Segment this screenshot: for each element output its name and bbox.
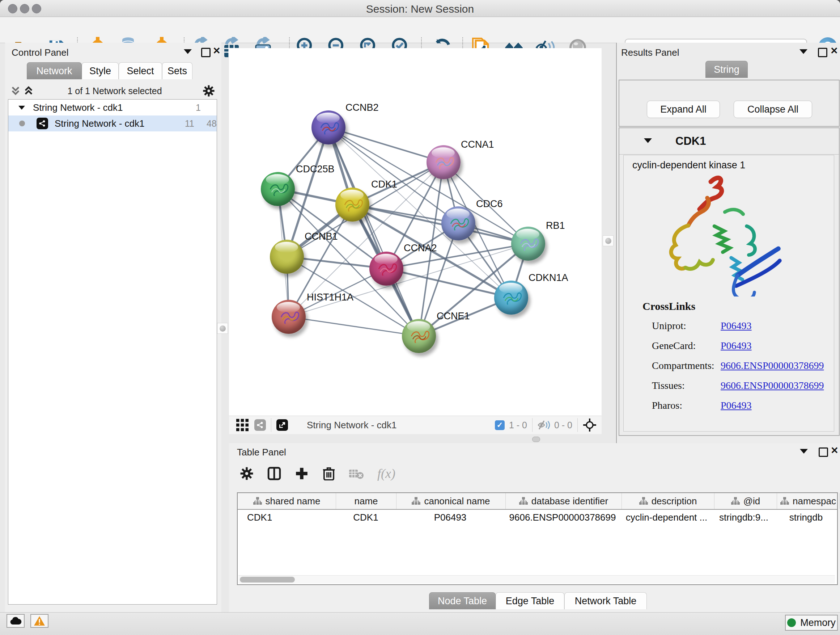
protein-ribbon-thumbnail <box>272 300 306 334</box>
node-CDC6[interactable] <box>441 206 475 241</box>
close-panel-icon[interactable]: ✕ <box>830 47 838 54</box>
edge-CCNE1-HIST1H1A[interactable] <box>289 317 419 336</box>
crosslink-row-genecard: GeneCard:P06493 <box>652 340 829 352</box>
cell-canonical-name[interactable]: P06493 <box>396 510 505 525</box>
application-window: Session: New Session <box>0 0 840 635</box>
table-panel: Table Panel ✕ f(x) shared namenamecanoni… <box>229 443 840 612</box>
hidden-count: 0 - 0 <box>554 420 572 431</box>
node-CCNA1[interactable] <box>426 145 461 179</box>
warnings-button[interactable] <box>30 614 49 628</box>
collection-label: String Network - cdk1 <box>33 102 123 113</box>
column-header-database-identifier[interactable]: database identifier <box>506 493 622 509</box>
network-collection-row[interactable]: String Network - cdk1 1 <box>8 100 217 116</box>
network-row[interactable]: String Network - cdk1 11 48 <box>8 116 217 131</box>
tab-string[interactable]: String <box>706 61 748 78</box>
node-CDKN1A[interactable] <box>494 280 528 315</box>
crosslink-value[interactable]: P06493 <box>721 400 752 411</box>
crosslink-row-compartments: Compartments:9606.ENSP00000378699 <box>652 360 829 371</box>
cell-database-identifier[interactable]: 9606.ENSP00000378699 <box>505 510 621 525</box>
selected-checkbox-icon[interactable]: ✓ <box>495 420 505 430</box>
close-panel-icon[interactable]: ✕ <box>213 47 221 54</box>
node-CDC25B[interactable] <box>261 172 295 206</box>
column-header-canonical-name[interactable]: canonical name <box>396 493 506 509</box>
sphere-gloss <box>275 242 298 253</box>
open-in-new-window-icon[interactable] <box>276 419 288 431</box>
column-header-namespac[interactable]: namespac <box>777 493 840 509</box>
table-data-row[interactable]: CDK1CDK1P064939606.ENSP00000378699cyclin… <box>238 510 837 525</box>
tab-edge-table[interactable]: Edge Table <box>496 592 564 609</box>
scrollbar-thumb[interactable] <box>240 577 295 583</box>
cell-description[interactable]: cyclin-dependent ... <box>621 510 713 525</box>
node-CCNB2[interactable] <box>311 111 346 144</box>
table-horizontal-scrollbar[interactable] <box>238 575 835 584</box>
panel-menu-icon[interactable] <box>800 449 808 454</box>
column-type-icon <box>639 497 648 505</box>
node-label-CDKN1A: CDKN1A <box>529 272 568 283</box>
expand-all-button[interactable]: Expand All <box>647 101 720 118</box>
table-panel-title: Table Panel <box>237 447 286 458</box>
crosslink-value[interactable]: 9606.ENSP00000378699 <box>721 360 824 371</box>
show-columns-icon[interactable] <box>267 467 281 480</box>
tab-network[interactable]: Network <box>27 62 82 79</box>
tree-expander-icon[interactable] <box>19 106 25 110</box>
column-header-@id[interactable]: @id <box>714 493 777 509</box>
column-header-shared-name[interactable]: shared name <box>238 493 336 509</box>
network-share-icon[interactable] <box>254 419 266 431</box>
float-panel-icon[interactable] <box>819 448 828 457</box>
memory-button[interactable]: Memory <box>785 615 838 631</box>
cell-@id[interactable]: stringdb:9... <box>713 510 775 525</box>
close-panel-icon[interactable]: ✕ <box>831 447 838 454</box>
collapse-all-button[interactable]: Collapse All <box>734 101 812 118</box>
node-CCNB1[interactable] <box>270 240 304 274</box>
cloud-status-button[interactable] <box>6 614 25 628</box>
tab-sets[interactable]: Sets <box>162 62 193 79</box>
network-options-gear-icon[interactable] <box>202 85 215 97</box>
pan-crosshair-icon[interactable] <box>583 418 597 432</box>
cell-namespac[interactable]: stringdb <box>775 510 837 525</box>
horizontal-splitter-handle[interactable] <box>532 437 540 442</box>
birdseye-grid-icon[interactable] <box>236 419 248 431</box>
collapse-section-icon[interactable] <box>644 138 652 143</box>
node-label-CCNB2: CCNB2 <box>346 102 379 113</box>
function-builder-icon[interactable]: f(x) <box>377 466 395 481</box>
left-splitter-handle[interactable] <box>217 323 228 334</box>
table-type-tabs: Node TableEdge TableNetwork Table <box>429 592 647 609</box>
expand-all-chevron-icon[interactable] <box>23 86 34 96</box>
toolbar-separator <box>577 418 578 432</box>
collapse-all-chevron-icon[interactable] <box>10 86 21 96</box>
gene-section-header[interactable]: CDK1 <box>619 128 839 155</box>
node-CCNA2[interactable] <box>369 252 403 286</box>
node-HIST1H1A[interactable] <box>272 300 306 334</box>
node-CDK1[interactable] <box>335 187 369 222</box>
network-view[interactable]: CCNB2CCNA1CDC25BCDK1CDC6RB1CCNB1CCNA2CDK… <box>229 48 602 416</box>
cell-shared-name[interactable]: CDK1 <box>238 510 336 525</box>
node-RB1[interactable] <box>511 226 545 261</box>
column-header-description[interactable]: description <box>622 493 714 509</box>
crosslink-value[interactable]: 9606.ENSP00000378699 <box>721 380 824 391</box>
tab-select[interactable]: Select <box>118 62 162 79</box>
add-column-plus-icon[interactable] <box>295 467 309 480</box>
crosslink-value[interactable]: P06493 <box>721 320 752 332</box>
control-panel-title: Control Panel <box>11 47 69 58</box>
node-CCNE1[interactable] <box>402 319 436 353</box>
panel-menu-icon[interactable] <box>184 49 192 54</box>
protein-ribbon-thumbnail <box>369 252 403 286</box>
hidden-eye-slash-icon[interactable] <box>538 420 551 430</box>
node-label-CCNA1: CCNA1 <box>461 139 494 150</box>
float-panel-icon[interactable] <box>201 48 210 57</box>
delete-table-icon[interactable] <box>349 467 363 480</box>
tab-node-table[interactable]: Node Table <box>429 592 496 609</box>
column-header-name[interactable]: name <box>336 493 396 509</box>
delete-column-trash-icon[interactable] <box>322 467 335 480</box>
right-splitter-handle[interactable] <box>603 235 614 246</box>
panel-menu-icon[interactable] <box>799 49 807 54</box>
tab-network-table[interactable]: Network Table <box>564 592 647 609</box>
results-panel: Results Panel ✕ String Expand All Collap… <box>616 43 840 443</box>
crosslink-value[interactable]: P06493 <box>721 340 752 352</box>
main-toolbar: ? <box>0 17 840 43</box>
table-options-gear-icon[interactable] <box>240 467 254 480</box>
float-panel-icon[interactable] <box>818 48 827 57</box>
cell-name[interactable]: CDK1 <box>336 510 396 525</box>
protein-ribbon-thumbnail <box>402 319 436 353</box>
tab-style[interactable]: Style <box>82 62 118 79</box>
